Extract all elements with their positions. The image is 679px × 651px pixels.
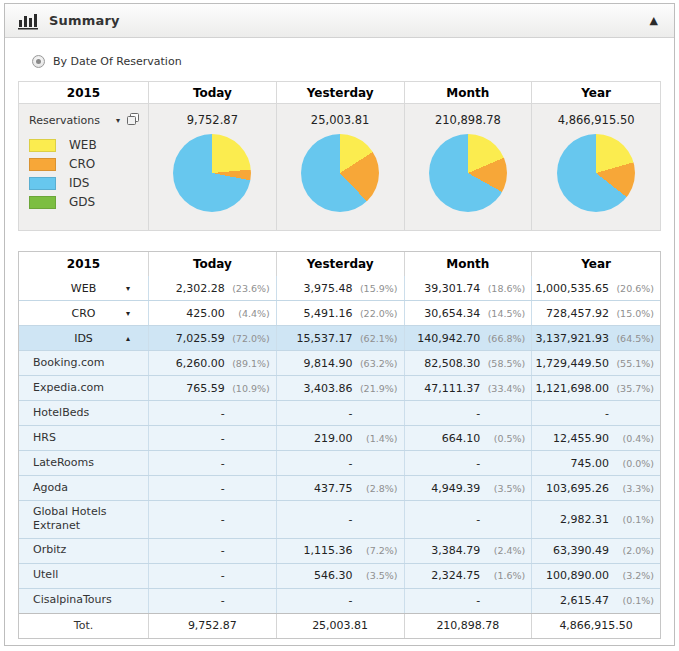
data-cell: 664.10(0.5%): [405, 426, 533, 450]
cell-percent: (55.1%): [609, 358, 654, 369]
cell-value: -: [221, 432, 225, 445]
cell-percent: (0.1%): [609, 514, 654, 525]
data-cell: 7,025.59(72.0%): [149, 326, 277, 350]
total-year: 4,866,915.50: [532, 614, 660, 638]
cell-percent: (20.6%): [609, 283, 654, 294]
cell-percent: (4.4%): [225, 308, 270, 319]
by-date-radio[interactable]: [32, 55, 45, 68]
copy-icon[interactable]: [127, 113, 139, 128]
data-cell: 2,615.47(0.1%): [532, 589, 660, 613]
legend-label: GDS: [69, 195, 95, 209]
data-cell: -: [149, 476, 277, 500]
cell-value: 1,000,535.65: [536, 282, 609, 295]
cell-percent: (0.0%): [609, 458, 654, 469]
cell-value: 1,115.36: [304, 544, 353, 557]
cell-value: 1,121,698.00: [536, 382, 609, 395]
cell-percent: (35.7%): [609, 383, 654, 394]
legend-label: WEB: [69, 138, 97, 152]
cell-value: 765.59: [186, 382, 225, 395]
year-header: 2015: [19, 252, 149, 276]
table-row: HotelBeds----: [19, 400, 660, 425]
col-header-month: Month: [405, 252, 533, 276]
data-cell: 1,000,535.65(20.6%): [532, 276, 660, 300]
row-label-text: Expedia.com: [33, 381, 104, 395]
metric-selector-label[interactable]: Reservations: [29, 114, 100, 127]
total-label: Tot.: [19, 614, 149, 638]
data-cell: 2,302.28(23.6%): [149, 276, 277, 300]
row-label-text: Orbitz: [33, 543, 66, 557]
row-label-cisalpinatours: CisalpinaTours: [19, 589, 149, 613]
data-cell: -: [149, 401, 277, 425]
row-label-agoda: Agoda: [19, 476, 149, 500]
legend-item: WEB: [29, 138, 140, 152]
page-title: Summary: [49, 13, 120, 28]
cell-percent: (58.5%): [480, 358, 525, 369]
data-cell: -: [149, 564, 277, 588]
cell-value: 30,654.34: [424, 307, 480, 320]
col-header-today: Today: [149, 82, 277, 104]
cell-percent: (2.4%): [480, 545, 525, 556]
chart-total: 25,003.81: [311, 113, 370, 127]
cell-percent: (23.6%): [225, 283, 270, 294]
chevron-down-icon[interactable]: ▾: [126, 309, 130, 318]
cell-value: -: [476, 457, 480, 470]
cell-value: -: [476, 594, 480, 607]
cell-percent: (3.3%): [609, 483, 654, 494]
cell-value: 140,942.70: [417, 332, 480, 345]
charts-body-row: Reservations ▾ WEBCROIDSGDS 9,752.8725,0…: [19, 104, 660, 230]
cell-value: 39,301.74: [424, 282, 480, 295]
cell-value: 2,982.31: [560, 513, 609, 526]
data-cell: 425.00(4.4%): [149, 301, 277, 325]
data-cell: -: [149, 589, 277, 613]
chevron-down-icon[interactable]: ▾: [126, 284, 130, 293]
cell-value: 5,491.16: [304, 307, 353, 320]
row-label-ids[interactable]: IDS▴: [19, 326, 149, 350]
data-cell: 12,455.90(0.4%): [532, 426, 660, 450]
cell-percent: (0.1%): [609, 595, 654, 606]
cell-value: 82,508.30: [424, 357, 480, 370]
data-cell: -: [405, 589, 533, 613]
chevron-up-icon[interactable]: ▴: [126, 334, 130, 343]
legend-swatch-ids: [29, 177, 56, 190]
table-row: LateRooms---745.00(0.0%): [19, 450, 660, 475]
col-header-yesterday: Yesterday: [277, 82, 405, 104]
data-cell: 63,390.49(2.0%): [532, 539, 660, 563]
cell-percent: (21.9%): [353, 383, 398, 394]
data-cell: 2,324.75(1.6%): [405, 564, 533, 588]
col-header-year: Year: [532, 82, 660, 104]
summary-panel: Summary ▲ By Date Of Reservation 2015 To…: [4, 3, 675, 646]
data-cell: -: [149, 451, 277, 475]
cell-percent: (22.0%): [353, 308, 398, 319]
legend-swatch-web: [29, 139, 56, 152]
cell-value: 12,455.90: [553, 432, 609, 445]
col-header-today: Today: [149, 252, 277, 276]
row-label-hrs: HRS: [19, 426, 149, 450]
collapse-icon[interactable]: ▲: [650, 14, 658, 27]
cell-percent: (62.1%): [353, 333, 398, 344]
row-label-text: Booking.com: [33, 356, 104, 370]
cell-value: -: [349, 594, 353, 607]
chart-cell-year: 4,866,915.50: [532, 104, 660, 230]
cell-value: -: [349, 513, 353, 526]
cell-percent: (14.5%): [480, 308, 525, 319]
cell-percent: (3.2%): [609, 570, 654, 581]
data-cell: 219.00(1.4%): [277, 426, 405, 450]
data-cell: 82,508.30(58.5%): [405, 351, 533, 375]
cell-value: 2,324.75: [431, 569, 480, 582]
row-label-cro[interactable]: CRO▾: [19, 301, 149, 325]
row-label-web[interactable]: WEB▾: [19, 276, 149, 300]
cell-value: -: [605, 407, 609, 420]
chart-cell-month: 210,898.78: [405, 104, 533, 230]
table-row: CisalpinaTours---2,615.47(0.1%): [19, 588, 660, 613]
data-cell: 5,491.16(22.0%): [277, 301, 405, 325]
data-cell: -: [149, 539, 277, 563]
data-cell: 1,121,698.00(35.7%): [532, 376, 660, 400]
data-table-header-row: 2015 Today Yesterday Month Year: [19, 252, 660, 276]
row-label-text: HRS: [33, 431, 56, 445]
year-header: 2015: [19, 82, 149, 104]
row-label-text: LateRooms: [33, 456, 94, 470]
chevron-down-icon[interactable]: ▾: [116, 116, 120, 125]
cell-value: 63,390.49: [553, 544, 609, 557]
table-row: Utell-546.30(3.5%)2,324.75(1.6%)100,890.…: [19, 563, 660, 588]
cell-value: 219.00: [314, 432, 353, 445]
